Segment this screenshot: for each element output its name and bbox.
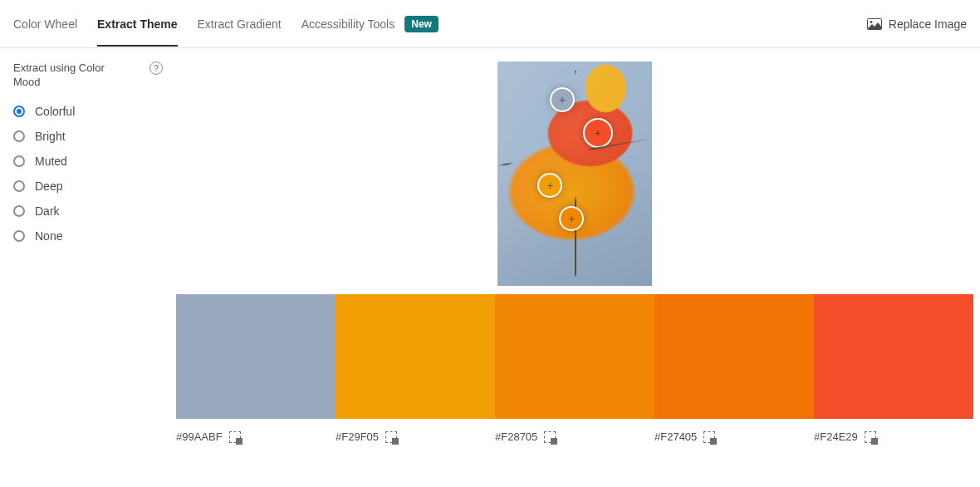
swatch-hex: #F29F05: [336, 430, 379, 443]
replace-image-button[interactable]: Replace Image: [867, 17, 967, 31]
badge-new: New: [404, 16, 439, 32]
color-picker-handle[interactable]: +: [583, 118, 613, 148]
color-swatch[interactable]: [176, 294, 336, 419]
help-icon[interactable]: ?: [149, 61, 163, 75]
swatch-label: #F29F05: [336, 419, 495, 443]
swatch-row: #99AABF#F29F05#F28705#F27405#F24E29: [176, 294, 973, 443]
swatch-column: #F28705: [495, 294, 654, 443]
swatch-column: #F24E29: [814, 294, 973, 443]
radio-icon: [13, 106, 25, 117]
copy-color-icon[interactable]: [544, 431, 556, 443]
color-swatch[interactable]: [495, 294, 654, 419]
copy-color-icon[interactable]: [865, 431, 876, 443]
body: Extract using Color Mood ? Colorful Brig…: [0, 48, 980, 456]
sidebar-header: Extract using Color Mood ?: [13, 61, 163, 90]
radio-label: Deep: [35, 180, 62, 193]
mood-dark[interactable]: Dark: [13, 204, 163, 218]
radio-icon: [13, 230, 25, 242]
main: ++++ #99AABF#F29F05#F28705#F27405#F24E29: [176, 61, 973, 443]
swatch-hex: #F28705: [495, 430, 537, 443]
sidebar: Extract using Color Mood ? Colorful Brig…: [13, 61, 163, 443]
swatch-label: #F27405: [654, 419, 814, 443]
radio-icon: [13, 205, 25, 217]
radio-icon: [13, 180, 25, 192]
tab-extract-gradient[interactable]: Extract Gradient: [198, 2, 282, 45]
mood-muted[interactable]: Muted: [13, 155, 163, 168]
swatch-label: #F24E29: [814, 419, 973, 443]
swatch-label: #99AABF: [176, 419, 336, 443]
swatch-hex: #F27405: [654, 430, 697, 443]
nav-tabs: Color Wheel Extract Theme Extract Gradie…: [13, 2, 867, 46]
top-nav: Color Wheel Extract Theme Extract Gradie…: [0, 0, 980, 48]
tab-accessibility-tools[interactable]: Accessibility Tools: [301, 2, 395, 45]
tab-color-wheel[interactable]: Color Wheel: [13, 2, 77, 45]
radio-label: None: [35, 229, 62, 243]
mood-radio-group: Colorful Bright Muted Deep Dark None: [13, 105, 163, 243]
image-icon: [867, 18, 882, 30]
svg-point-1: [870, 21, 872, 23]
swatch-column: #F29F05: [336, 294, 495, 443]
color-swatch[interactable]: [654, 294, 814, 419]
replace-image-label: Replace Image: [889, 17, 967, 31]
mood-colorful[interactable]: Colorful: [13, 105, 163, 118]
radio-icon: [13, 155, 25, 167]
color-picker-handle[interactable]: +: [559, 206, 584, 231]
source-image[interactable]: ++++: [497, 61, 652, 286]
radio-icon: [13, 130, 25, 142]
radio-label: Dark: [35, 204, 60, 218]
copy-color-icon[interactable]: [385, 431, 397, 443]
color-picker-handle[interactable]: +: [550, 87, 575, 112]
radio-label: Muted: [35, 155, 67, 168]
tab-extract-theme[interactable]: Extract Theme: [97, 2, 177, 47]
mood-deep[interactable]: Deep: [13, 180, 163, 193]
mood-none[interactable]: None: [13, 229, 163, 243]
radio-label: Colorful: [35, 105, 75, 118]
copy-color-icon[interactable]: [229, 431, 241, 443]
swatch-hex: #F24E29: [814, 430, 858, 443]
swatch-label: #F28705: [495, 419, 654, 443]
color-picker-handle[interactable]: +: [537, 173, 562, 198]
swatch-hex: #99AABF: [176, 430, 223, 443]
swatch-column: #F27405: [654, 294, 814, 443]
radio-label: Bright: [35, 130, 66, 143]
color-swatch[interactable]: [814, 294, 973, 419]
color-swatch[interactable]: [336, 294, 495, 419]
copy-color-icon[interactable]: [703, 431, 715, 443]
sidebar-title: Extract using Color Mood: [13, 61, 121, 90]
swatch-column: #99AABF: [176, 294, 336, 443]
mood-bright[interactable]: Bright: [13, 130, 163, 143]
